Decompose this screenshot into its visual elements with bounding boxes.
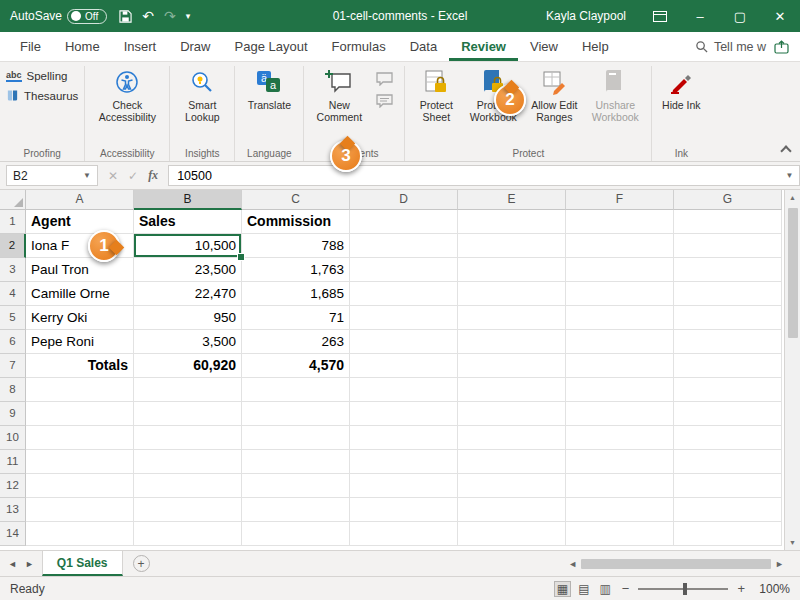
cell-G3[interactable] [674,258,782,282]
insert-function-icon[interactable]: fx [148,168,158,183]
cell-G4[interactable] [674,282,782,306]
row-header-4[interactable]: 4 [0,282,26,306]
cell-E8[interactable] [458,378,566,402]
vertical-scroll-thumb[interactable] [788,208,798,338]
cell-C7[interactable]: 4,570 [242,354,350,378]
thesaurus-button[interactable]: Thesaurus [6,89,78,102]
normal-view-icon[interactable]: ▦ [555,582,570,596]
cell-G2[interactable] [674,234,782,258]
cell-D14[interactable] [350,522,458,546]
menu-tab-data[interactable]: Data [398,32,449,61]
cell-B10[interactable] [134,426,242,450]
zoom-level[interactable]: 100% [754,582,790,596]
expand-formula-bar-icon[interactable]: ▼ [780,165,800,186]
menu-tab-view[interactable]: View [518,32,570,61]
cell-F2[interactable] [566,234,674,258]
cell-E14[interactable] [458,522,566,546]
enter-icon[interactable]: ✓ [128,169,138,183]
cell-C13[interactable] [242,498,350,522]
scroll-down-icon[interactable]: ▼ [789,535,796,550]
cell-F3[interactable] [566,258,674,282]
zoom-slider-thumb[interactable] [683,583,687,595]
row-header-11[interactable]: 11 [0,450,26,474]
cell-G11[interactable] [674,450,782,474]
menu-tab-insert[interactable]: Insert [112,32,169,61]
menu-tab-draw[interactable]: Draw [168,32,222,61]
cell-A4[interactable]: Camille Orne [26,282,134,306]
cell-D3[interactable] [350,258,458,282]
horizontal-scroll-thumb[interactable] [581,559,771,569]
cell-D11[interactable] [350,450,458,474]
cell-E9[interactable] [458,402,566,426]
cell-A9[interactable] [26,402,134,426]
cell-C14[interactable] [242,522,350,546]
maximize-button[interactable]: ▢ [720,0,760,32]
collapse-ribbon-icon[interactable] [780,145,791,156]
row-header-13[interactable]: 13 [0,498,26,522]
scroll-left-icon[interactable]: ◄ [568,559,577,569]
row-header-8[interactable]: 8 [0,378,26,402]
tell-me-search[interactable]: Tell me w [695,40,766,54]
cell-A12[interactable] [26,474,134,498]
cell-F1[interactable] [566,210,674,234]
cell-B1[interactable]: Sales [134,210,242,234]
cell-G10[interactable] [674,426,782,450]
redo-icon[interactable]: ↷ [164,8,176,24]
translate-button[interactable]: äa Translate [241,66,297,112]
menu-tab-review[interactable]: Review [449,32,518,61]
new-comment-button[interactable]: New Comment [310,66,368,123]
cell-C2[interactable]: 788 [242,234,350,258]
cell-B13[interactable] [134,498,242,522]
cell-B12[interactable] [134,474,242,498]
column-header-C[interactable]: C [242,190,350,210]
cell-D13[interactable] [350,498,458,522]
cell-A3[interactable]: Paul Tron [26,258,134,282]
cell-D9[interactable] [350,402,458,426]
row-header-12[interactable]: 12 [0,474,26,498]
cell-D2[interactable] [350,234,458,258]
cell-B7[interactable]: 60,920 [134,354,242,378]
cell-D6[interactable] [350,330,458,354]
row-header-14[interactable]: 14 [0,522,26,546]
protect-sheet-button[interactable]: Protect Sheet [411,66,461,123]
column-header-G[interactable]: G [674,190,782,210]
cell-E10[interactable] [458,426,566,450]
cell-B9[interactable] [134,402,242,426]
cell-B11[interactable] [134,450,242,474]
cell-B6[interactable]: 3,500 [134,330,242,354]
menu-tab-page-layout[interactable]: Page Layout [223,32,320,61]
formula-input[interactable]: 10500 [168,165,780,186]
menu-tab-file[interactable]: File [8,32,53,61]
scroll-right-icon[interactable]: ► [775,559,784,569]
column-header-F[interactable]: F [566,190,674,210]
row-header-10[interactable]: 10 [0,426,26,450]
cell-G6[interactable] [674,330,782,354]
cell-E13[interactable] [458,498,566,522]
column-header-B[interactable]: B [134,190,242,210]
cell-A6[interactable]: Pepe Roni [26,330,134,354]
cell-B8[interactable] [134,378,242,402]
cell-B14[interactable] [134,522,242,546]
cell-G1[interactable] [674,210,782,234]
share-icon[interactable] [774,40,790,54]
sheet-tab-q1-sales[interactable]: Q1 Sales [42,551,123,576]
spelling-button[interactable]: abc Spelling [6,70,67,82]
save-icon[interactable] [119,10,132,23]
row-header-7[interactable]: 7 [0,354,26,378]
cell-D10[interactable] [350,426,458,450]
smart-lookup-button[interactable]: Smart Lookup [176,66,228,123]
hide-ink-button[interactable]: Hide Ink [658,66,704,112]
cell-C4[interactable]: 1,685 [242,282,350,306]
prev-sheet-icon[interactable]: ◄ [8,559,17,569]
menu-tab-home[interactable]: Home [53,32,112,61]
next-sheet-icon[interactable]: ► [25,559,34,569]
autosave-toggle[interactable]: Off [67,9,107,24]
menu-tab-formulas[interactable]: Formulas [320,32,398,61]
cell-G9[interactable] [674,402,782,426]
horizontal-scrollbar[interactable]: ◄ ► [568,551,800,576]
cell-F12[interactable] [566,474,674,498]
cell-E7[interactable] [458,354,566,378]
row-header-1[interactable]: 1 [0,210,26,234]
cell-C3[interactable]: 1,763 [242,258,350,282]
cell-A14[interactable] [26,522,134,546]
